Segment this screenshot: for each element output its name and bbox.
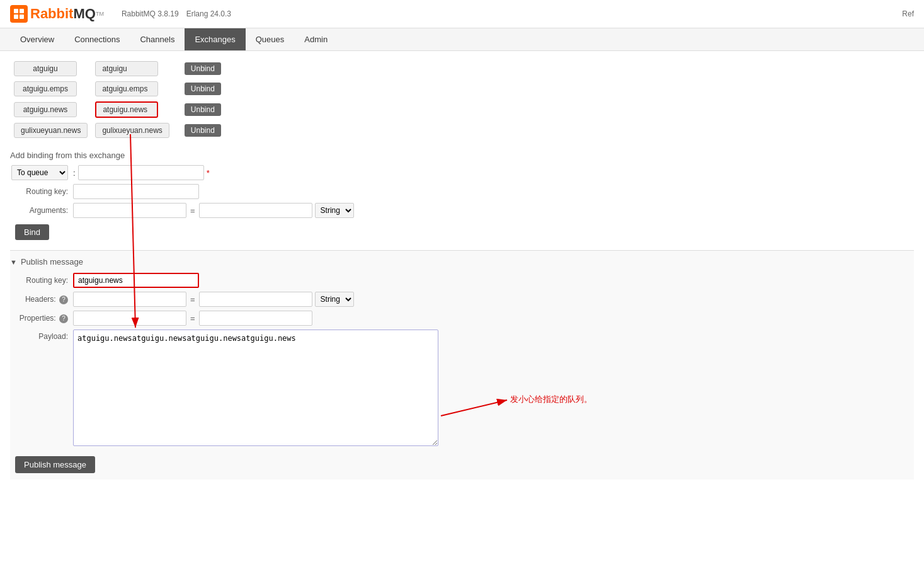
publish-section-title: Publish message — [21, 257, 83, 267]
nav-admin[interactable]: Admin — [294, 28, 338, 50]
annotation-text: 发小心给指定的队列。 — [510, 394, 592, 405]
unbind-button-3[interactable]: Unbind — [185, 103, 221, 116]
collapse-icon[interactable]: ▼ — [10, 258, 17, 266]
properties-equals: = — [190, 314, 195, 323]
arguments-row: Arguments: = String — [10, 203, 914, 218]
queue-label-3: atguigu.news — [14, 102, 77, 117]
trademark: TM — [96, 11, 104, 17]
routing-key-row: Routing key: — [10, 184, 914, 199]
logo-brand: RabbitMQ — [30, 6, 96, 22]
properties-help-icon[interactable]: ? — [59, 314, 68, 323]
publish-properties-value-input[interactable] — [199, 311, 312, 326]
add-binding-title: Add binding from this exchange — [10, 151, 914, 160]
bindings-table: atguigu atguigu Unbind atguigu.emps atgu… — [10, 59, 225, 140]
publish-routing-key-label: Routing key: — [10, 276, 73, 285]
queue-label-1: atguigu — [14, 61, 77, 76]
nav-queues[interactable]: Queues — [246, 28, 295, 50]
table-row: gulixueyuan.news gulixueyuan.news Unbind — [10, 120, 225, 140]
headers-help-icon[interactable]: ? — [59, 295, 68, 304]
publish-headers-key-input[interactable] — [73, 292, 186, 307]
routing-key-2: atguigu.emps — [95, 81, 158, 96]
table-row: atguigu atguigu Unbind — [10, 59, 225, 79]
publish-payload-textarea[interactable]: atguigu.newsatguigu.newsatguigu.newsatgu… — [73, 330, 438, 446]
routing-key-form-label: Routing key: — [10, 187, 73, 196]
publish-payload-label: Payload: — [10, 332, 73, 341]
arguments-key-input[interactable] — [73, 203, 186, 218]
publish-section-header: ▼ Publish message — [10, 257, 914, 267]
logo: RabbitMQ TM — [10, 5, 104, 23]
add-binding-section: Add binding from this exchange To queue … — [10, 151, 914, 240]
topbar: RabbitMQ TM RabbitMQ 3.8.19 Erlang 24.0.… — [0, 0, 924, 28]
svg-rect-2 — [14, 14, 18, 19]
svg-rect-0 — [14, 9, 18, 13]
version-rabbitmq: RabbitMQ 3.8.19 — [122, 9, 179, 18]
publish-payload-row: Payload: atguigu.newsatguigu.newsatguigu… — [10, 330, 914, 446]
main-content: atguigu atguigu Unbind atguigu.emps atgu… — [0, 51, 924, 487]
headers-equals: = — [190, 295, 195, 304]
to-queue-label-wrapper: To queue — [10, 165, 73, 180]
version-erlang: Erlang 24.0.3 — [186, 9, 231, 18]
publish-headers-label: Headers: ? — [10, 295, 73, 304]
publish-properties-row: Properties: ? = — [10, 311, 914, 326]
unbind-button-2[interactable]: Unbind — [185, 83, 221, 95]
publish-headers-type-select[interactable]: String — [315, 292, 354, 307]
routing-key-4: gulixueyuan.news — [95, 123, 169, 138]
publish-section: ▼ Publish message Routing key: Headers: … — [10, 250, 914, 479]
equals-sign: = — [190, 206, 195, 215]
publish-routing-key-row: Routing key: — [10, 273, 914, 288]
logo-icon — [10, 5, 28, 23]
queue-label-2: atguigu.emps — [14, 81, 77, 96]
table-row: atguigu.news atguigu.news Unbind — [10, 99, 225, 120]
publish-routing-key-input[interactable] — [73, 273, 199, 288]
nav-overview[interactable]: Overview — [10, 28, 64, 50]
to-queue-select[interactable]: To queue — [11, 165, 68, 180]
nav-channels[interactable]: Channels — [130, 28, 185, 50]
publish-properties-key-input[interactable] — [73, 311, 186, 326]
svg-rect-1 — [20, 9, 24, 13]
unbind-button-1[interactable]: Unbind — [185, 62, 221, 75]
routing-key-3: atguigu.news — [95, 101, 158, 118]
nav-exchanges[interactable]: Exchanges — [185, 28, 245, 50]
to-queue-row: To queue : * — [10, 165, 914, 180]
nav-bar: Overview Connections Channels Exchanges … — [0, 28, 924, 51]
queue-label-4: gulixueyuan.news — [14, 123, 88, 138]
svg-rect-3 — [20, 14, 24, 19]
nav-connections[interactable]: Connections — [64, 28, 130, 50]
arguments-type-select[interactable]: String — [315, 203, 354, 218]
bind-button[interactable]: Bind — [15, 224, 49, 240]
to-queue-input[interactable] — [78, 165, 204, 180]
bind-button-row: Bind — [10, 222, 914, 240]
table-row: atguigu.emps atguigu.emps Unbind — [10, 79, 225, 99]
top-right-text: Ref — [902, 9, 914, 18]
routing-key-input[interactable] — [73, 184, 199, 199]
publish-button-row: Publish message — [15, 450, 914, 473]
publish-headers-value-input[interactable] — [199, 292, 312, 307]
routing-key-1: atguigu — [95, 61, 158, 76]
publish-message-button[interactable]: Publish message — [15, 456, 95, 473]
arguments-label: Arguments: — [10, 206, 73, 215]
publish-properties-label: Properties: ? — [10, 314, 73, 323]
publish-headers-row: Headers: ? = String — [10, 292, 914, 307]
unbind-button-4[interactable]: Unbind — [185, 124, 221, 137]
arguments-value-input[interactable] — [199, 203, 312, 218]
